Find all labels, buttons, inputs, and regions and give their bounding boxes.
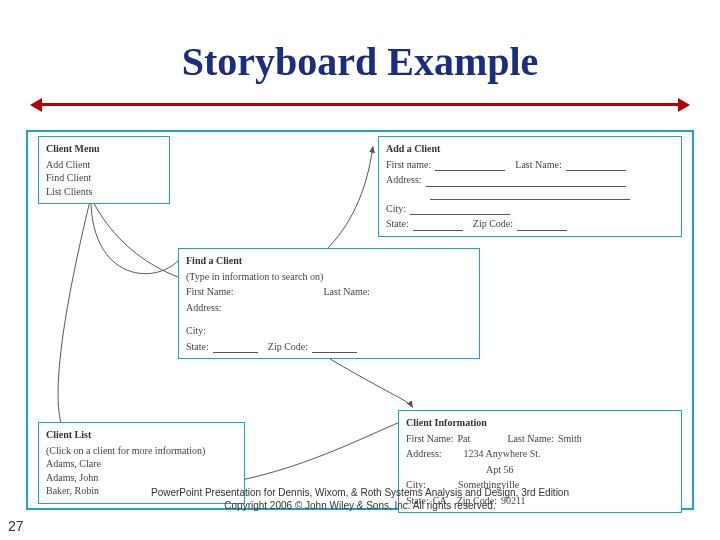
menu-item: Add Client <box>46 158 162 172</box>
list-item: Adams, Clare <box>46 457 237 471</box>
find-client-subtitle: (Type in information to search on) <box>186 270 472 284</box>
value: Apt 56 <box>486 463 674 477</box>
label: Address: <box>406 447 442 461</box>
client-list-title: Client List <box>46 428 237 442</box>
label: City: <box>386 202 406 216</box>
arrow-right-icon <box>678 98 690 112</box>
title-divider <box>30 98 690 110</box>
label: Zip Code: <box>473 217 513 231</box>
value: Pat <box>458 432 498 446</box>
blank-line <box>413 220 463 231</box>
storyboard-diagram: Client Menu Add Client Find Client List … <box>26 130 694 510</box>
label: First name: <box>386 158 431 172</box>
menu-item: Find Client <box>46 171 162 185</box>
client-info-title: Client Information <box>406 416 674 430</box>
label: State: <box>186 340 209 354</box>
label: First Name: <box>406 432 454 446</box>
blank-line <box>213 342 258 353</box>
find-client-box: Find a Client (Type in information to se… <box>178 248 480 359</box>
blank-line <box>435 160 505 171</box>
footer-text: PowerPoint Presentation for Dennis, Wixo… <box>0 487 720 512</box>
label: Last Name: <box>515 158 561 172</box>
label: Zip Code: <box>268 340 308 354</box>
client-menu-box: Client Menu Add Client Find Client List … <box>38 136 170 204</box>
client-list-subtitle: (Click on a client for more information) <box>46 444 237 458</box>
label: State: <box>386 217 409 231</box>
divider-line <box>40 103 680 106</box>
label: First Name: <box>186 285 234 299</box>
blank-line <box>430 189 630 200</box>
footer-line1: PowerPoint Presentation for Dennis, Wixo… <box>151 487 569 498</box>
page-number: 27 <box>8 518 24 534</box>
page-title: Storyboard Example <box>0 38 720 85</box>
footer-line2: Copyright 2006 © John Wiley & Sons, Inc.… <box>224 500 495 511</box>
blank-line <box>566 160 626 171</box>
find-client-title: Find a Client <box>186 254 472 268</box>
slide: Storyboard Example Client Menu A <box>0 0 720 540</box>
value: 1234 Anywhere St. <box>464 447 541 461</box>
list-item: Adams, John <box>46 471 237 485</box>
blank-line <box>410 204 510 215</box>
add-client-box: Add a Client First name: Last Name: Addr… <box>378 136 682 237</box>
label: Last Name: <box>508 432 554 446</box>
menu-item: List Clients <box>46 185 162 199</box>
blank-line <box>426 176 626 187</box>
blank-line <box>517 220 567 231</box>
label: Last Name: <box>324 285 370 299</box>
blank-line <box>312 342 357 353</box>
label: Address: <box>386 173 422 187</box>
label: City: <box>186 324 206 338</box>
value: Smith <box>558 432 582 446</box>
add-client-title: Add a Client <box>386 142 674 156</box>
label: Address: <box>186 301 222 315</box>
client-menu-title: Client Menu <box>46 142 162 156</box>
